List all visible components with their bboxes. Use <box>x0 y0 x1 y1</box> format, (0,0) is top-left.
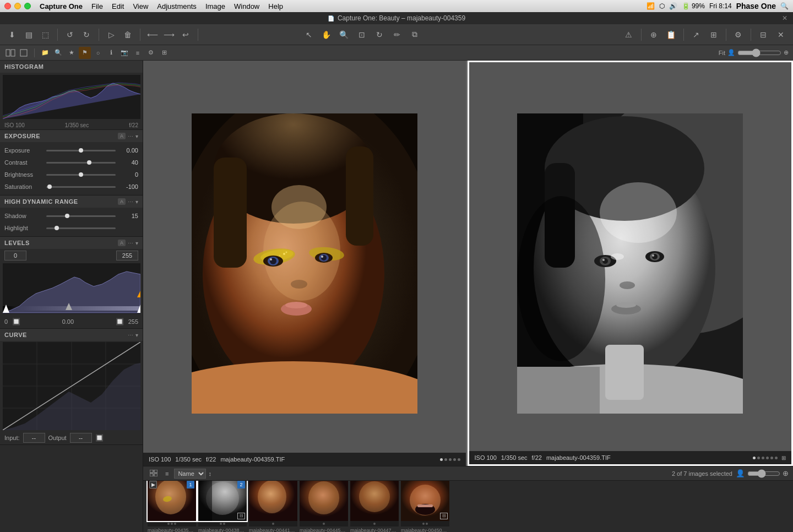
alert-button[interactable]: ⚠ <box>621 27 637 42</box>
search-icon[interactable]: 🔍 <box>780 2 789 10</box>
shadow-track[interactable] <box>46 215 116 217</box>
contrast-track[interactable] <box>46 162 116 164</box>
close-panel-button[interactable]: ✕ <box>773 27 789 42</box>
highlight-track[interactable] <box>46 227 116 229</box>
zoom-slider[interactable] <box>737 48 781 57</box>
export2-button[interactable]: ⊞ <box>706 27 721 42</box>
library-button[interactable]: ▤ <box>21 27 36 42</box>
brightness-track[interactable] <box>46 174 116 176</box>
brightness-thumb[interactable] <box>79 172 83 177</box>
filmstrip-list-btn[interactable]: ≡ <box>163 468 171 479</box>
levels-expand-icon[interactable]: ▾ <box>135 240 138 246</box>
grid-view-button[interactable] <box>4 47 17 59</box>
curve-menu-icon[interactable]: ⋯ <box>128 332 133 338</box>
curve-output-field[interactable] <box>70 433 92 443</box>
menu-help[interactable]: Help <box>268 2 283 10</box>
sort-select[interactable]: Name Date Rating <box>174 469 206 479</box>
saturation-track[interactable] <box>46 186 116 188</box>
levels-eyedrop-right[interactable]: 🔲 <box>115 317 125 327</box>
thumb-5[interactable] <box>350 481 399 521</box>
grid-tab[interactable]: ⊞ <box>158 47 170 59</box>
iso-value: ISO 100 <box>4 122 25 128</box>
curve-expand-icon[interactable]: ▾ <box>135 332 138 338</box>
info-tab[interactable]: ℹ <box>105 47 117 59</box>
thumb-6[interactable]: ⊟ <box>401 481 449 521</box>
exposure-menu-icon[interactable]: ⋯ <box>128 133 133 139</box>
tag-tab[interactable]: ○ <box>92 47 104 59</box>
filmstrip-grid-btn[interactable] <box>148 468 160 479</box>
svg-point-80 <box>308 481 339 514</box>
menu-capture-one[interactable]: Capture One <box>40 2 83 10</box>
tether-tab[interactable]: 📷 <box>118 47 131 59</box>
curve-canvas-wrap[interactable] <box>3 342 140 430</box>
settings-button[interactable]: ⚙ <box>731 27 746 42</box>
copy-button[interactable]: ⊕ <box>646 27 661 42</box>
zoom-tool[interactable]: 🔍 <box>336 27 352 42</box>
thumb-2[interactable]: 2 ⊟ <box>198 481 247 521</box>
flag-tab[interactable]: ⚑ <box>79 47 91 59</box>
levels-header[interactable]: LEVELS A ⋯ ▾ <box>0 237 143 249</box>
list-tab[interactable]: ≡ <box>132 47 144 59</box>
expand-icon[interactable]: ⊞ <box>781 455 786 461</box>
import-button[interactable]: ⬇ <box>4 27 20 42</box>
browse-button[interactable]: ⬚ <box>37 27 53 42</box>
single-view-button[interactable] <box>18 47 30 59</box>
star-tab[interactable]: ★ <box>66 47 78 59</box>
clone-tool[interactable]: ⧉ <box>407 27 422 42</box>
search-tab[interactable]: 🔍 <box>52 47 64 59</box>
back-button[interactable]: ⟵ <box>145 27 160 42</box>
levels-input-right[interactable] <box>116 251 138 260</box>
hdr-header[interactable]: HIGH DYNAMIC RANGE A ⋯ ▾ <box>0 196 143 208</box>
forward-button[interactable]: ⟶ <box>161 27 177 42</box>
curve-eyedrop[interactable]: 🔲 <box>95 434 104 442</box>
exposure-thumb[interactable] <box>79 148 83 153</box>
menu-edit[interactable]: Edit <box>112 2 124 10</box>
exposure-header[interactable]: EXPOSURE A ⋯ ▾ <box>0 130 143 142</box>
histogram-header[interactable]: HISTOGRAM <box>0 61 143 73</box>
sort-order-btn[interactable]: ↕ <box>208 470 211 477</box>
thumb-4[interactable] <box>300 481 348 521</box>
process-button[interactable]: ▷ <box>104 27 119 42</box>
export-button[interactable]: ↗ <box>688 27 704 42</box>
menu-image[interactable]: Image <box>205 2 225 10</box>
curve-input-field[interactable] <box>23 433 45 443</box>
contrast-thumb[interactable] <box>87 160 91 165</box>
filmstrip-zoom-slider[interactable] <box>747 469 780 478</box>
filmstrip-user-icon[interactable]: 👤 <box>736 469 745 477</box>
paste-button[interactable]: 📋 <box>664 27 679 42</box>
maximize-button[interactable] <box>24 3 31 9</box>
menu-view[interactable]: View <box>133 2 148 10</box>
saturation-thumb[interactable] <box>47 184 52 189</box>
shadow-thumb[interactable] <box>65 214 69 218</box>
exposure-expand-icon[interactable]: ▾ <box>135 133 138 139</box>
layout-button[interactable]: ⊟ <box>756 27 771 42</box>
menu-adjustments[interactable]: Adjustments <box>157 2 197 10</box>
filmstrip-expand-btn[interactable]: ⊕ <box>783 469 789 477</box>
brush-tool[interactable]: ✏ <box>389 27 405 42</box>
delete-button[interactable]: 🗑 <box>120 27 135 42</box>
levels-input-left[interactable] <box>4 251 26 260</box>
thumb-3[interactable] <box>249 481 297 521</box>
thumb-1[interactable]: ▶ 1 <box>148 481 196 521</box>
levels-eyedrop-left[interactable]: 🔲 <box>11 317 21 327</box>
settings-tab[interactable]: ⚙ <box>145 47 157 59</box>
cursor-tool[interactable]: ↖ <box>301 27 317 42</box>
rotate-tool[interactable]: ↻ <box>372 27 387 42</box>
highlight-thumb[interactable] <box>55 226 59 230</box>
library-tab[interactable]: 📁 <box>39 47 51 59</box>
window-close[interactable]: ✕ <box>782 14 787 22</box>
rotate-left-button[interactable]: ↺ <box>62 27 78 42</box>
minimize-button[interactable] <box>14 3 21 9</box>
levels-menu-icon[interactable]: ⋯ <box>128 240 133 246</box>
close-button[interactable] <box>4 3 11 9</box>
curve-header[interactable]: CURVE ⋯ ▾ <box>0 329 143 341</box>
reset-button[interactable]: ↩ <box>178 27 193 42</box>
hdr-menu-icon[interactable]: ⋯ <box>128 199 133 205</box>
menu-file[interactable]: File <box>91 2 103 10</box>
rotate-right-button[interactable]: ↻ <box>79 27 94 42</box>
hand-tool[interactable]: ✋ <box>319 27 334 42</box>
crop-tool[interactable]: ⊡ <box>354 27 370 42</box>
exposure-track[interactable] <box>46 150 116 151</box>
menu-window[interactable]: Window <box>234 2 259 10</box>
hdr-expand-icon[interactable]: ▾ <box>135 199 138 205</box>
